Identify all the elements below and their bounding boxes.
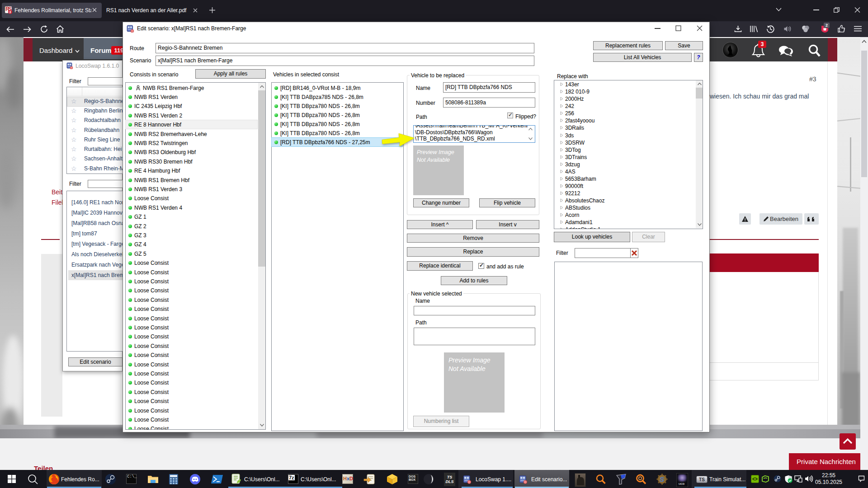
svg-text:S: S — [660, 475, 664, 483]
